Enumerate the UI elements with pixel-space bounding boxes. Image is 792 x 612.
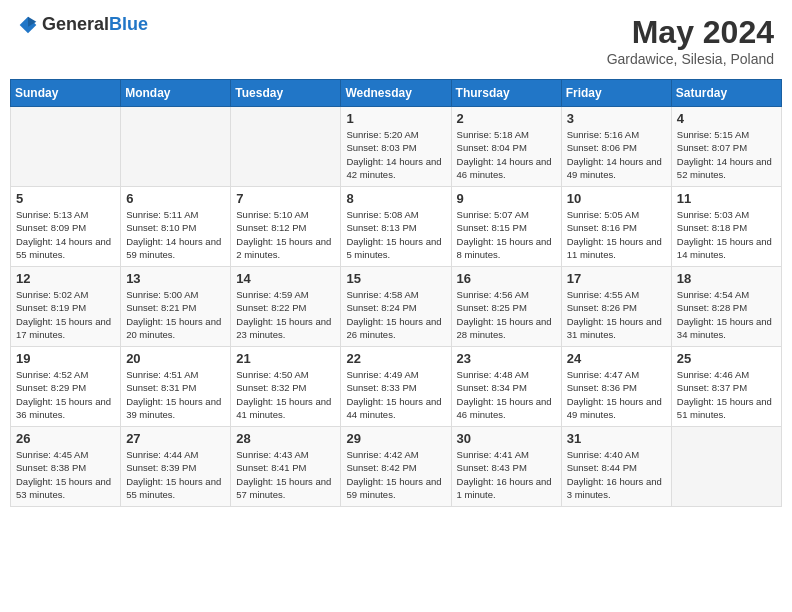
day-info: Sunrise: 4:50 AMSunset: 8:32 PMDaylight:…: [236, 368, 335, 421]
day-cell-20: 20Sunrise: 4:51 AMSunset: 8:31 PMDayligh…: [121, 347, 231, 427]
day-info: Sunrise: 4:49 AMSunset: 8:33 PMDaylight:…: [346, 368, 445, 421]
day-number: 6: [126, 191, 225, 206]
day-info: Sunrise: 4:46 AMSunset: 8:37 PMDaylight:…: [677, 368, 776, 421]
day-number: 12: [16, 271, 115, 286]
day-info: Sunrise: 4:41 AMSunset: 8:43 PMDaylight:…: [457, 448, 556, 501]
header-day-friday: Friday: [561, 80, 671, 107]
day-number: 17: [567, 271, 666, 286]
day-number: 28: [236, 431, 335, 446]
day-info: Sunrise: 5:13 AMSunset: 8:09 PMDaylight:…: [16, 208, 115, 261]
day-cell-11: 11Sunrise: 5:03 AMSunset: 8:18 PMDayligh…: [671, 187, 781, 267]
day-cell-28: 28Sunrise: 4:43 AMSunset: 8:41 PMDayligh…: [231, 427, 341, 507]
day-info: Sunrise: 4:43 AMSunset: 8:41 PMDaylight:…: [236, 448, 335, 501]
day-number: 31: [567, 431, 666, 446]
day-number: 20: [126, 351, 225, 366]
day-number: 4: [677, 111, 776, 126]
title-block: May 2024 Gardawice, Silesia, Poland: [607, 14, 774, 67]
day-info: Sunrise: 5:18 AMSunset: 8:04 PMDaylight:…: [457, 128, 556, 181]
day-info: Sunrise: 4:52 AMSunset: 8:29 PMDaylight:…: [16, 368, 115, 421]
header-day-saturday: Saturday: [671, 80, 781, 107]
week-row-2: 5Sunrise: 5:13 AMSunset: 8:09 PMDaylight…: [11, 187, 782, 267]
day-cell-24: 24Sunrise: 4:47 AMSunset: 8:36 PMDayligh…: [561, 347, 671, 427]
day-cell-13: 13Sunrise: 5:00 AMSunset: 8:21 PMDayligh…: [121, 267, 231, 347]
day-cell-4: 4Sunrise: 5:15 AMSunset: 8:07 PMDaylight…: [671, 107, 781, 187]
empty-cell: [121, 107, 231, 187]
day-cell-17: 17Sunrise: 4:55 AMSunset: 8:26 PMDayligh…: [561, 267, 671, 347]
day-number: 3: [567, 111, 666, 126]
week-row-4: 19Sunrise: 4:52 AMSunset: 8:29 PMDayligh…: [11, 347, 782, 427]
main-title: May 2024: [607, 14, 774, 51]
day-info: Sunrise: 5:11 AMSunset: 8:10 PMDaylight:…: [126, 208, 225, 261]
empty-cell: [671, 427, 781, 507]
day-cell-18: 18Sunrise: 4:54 AMSunset: 8:28 PMDayligh…: [671, 267, 781, 347]
day-cell-8: 8Sunrise: 5:08 AMSunset: 8:13 PMDaylight…: [341, 187, 451, 267]
day-cell-10: 10Sunrise: 5:05 AMSunset: 8:16 PMDayligh…: [561, 187, 671, 267]
day-number: 13: [126, 271, 225, 286]
day-cell-2: 2Sunrise: 5:18 AMSunset: 8:04 PMDaylight…: [451, 107, 561, 187]
logo-icon: [18, 15, 38, 35]
header-day-wednesday: Wednesday: [341, 80, 451, 107]
logo-text: GeneralBlue: [42, 14, 148, 35]
day-cell-19: 19Sunrise: 4:52 AMSunset: 8:29 PMDayligh…: [11, 347, 121, 427]
day-info: Sunrise: 5:02 AMSunset: 8:19 PMDaylight:…: [16, 288, 115, 341]
day-cell-12: 12Sunrise: 5:02 AMSunset: 8:19 PMDayligh…: [11, 267, 121, 347]
day-number: 16: [457, 271, 556, 286]
day-info: Sunrise: 4:47 AMSunset: 8:36 PMDaylight:…: [567, 368, 666, 421]
day-number: 25: [677, 351, 776, 366]
day-info: Sunrise: 4:44 AMSunset: 8:39 PMDaylight:…: [126, 448, 225, 501]
day-cell-21: 21Sunrise: 4:50 AMSunset: 8:32 PMDayligh…: [231, 347, 341, 427]
day-cell-15: 15Sunrise: 4:58 AMSunset: 8:24 PMDayligh…: [341, 267, 451, 347]
week-row-3: 12Sunrise: 5:02 AMSunset: 8:19 PMDayligh…: [11, 267, 782, 347]
header-day-monday: Monday: [121, 80, 231, 107]
empty-cell: [11, 107, 121, 187]
day-number: 15: [346, 271, 445, 286]
day-info: Sunrise: 4:59 AMSunset: 8:22 PMDaylight:…: [236, 288, 335, 341]
day-info: Sunrise: 4:51 AMSunset: 8:31 PMDaylight:…: [126, 368, 225, 421]
day-cell-29: 29Sunrise: 4:42 AMSunset: 8:42 PMDayligh…: [341, 427, 451, 507]
day-number: 19: [16, 351, 115, 366]
day-cell-16: 16Sunrise: 4:56 AMSunset: 8:25 PMDayligh…: [451, 267, 561, 347]
empty-cell: [231, 107, 341, 187]
logo-general: General: [42, 14, 109, 34]
day-number: 30: [457, 431, 556, 446]
subtitle: Gardawice, Silesia, Poland: [607, 51, 774, 67]
day-info: Sunrise: 4:48 AMSunset: 8:34 PMDaylight:…: [457, 368, 556, 421]
day-cell-25: 25Sunrise: 4:46 AMSunset: 8:37 PMDayligh…: [671, 347, 781, 427]
day-info: Sunrise: 5:08 AMSunset: 8:13 PMDaylight:…: [346, 208, 445, 261]
header-day-tuesday: Tuesday: [231, 80, 341, 107]
day-cell-14: 14Sunrise: 4:59 AMSunset: 8:22 PMDayligh…: [231, 267, 341, 347]
day-number: 23: [457, 351, 556, 366]
day-cell-5: 5Sunrise: 5:13 AMSunset: 8:09 PMDaylight…: [11, 187, 121, 267]
day-number: 8: [346, 191, 445, 206]
day-number: 26: [16, 431, 115, 446]
day-cell-26: 26Sunrise: 4:45 AMSunset: 8:38 PMDayligh…: [11, 427, 121, 507]
day-info: Sunrise: 5:03 AMSunset: 8:18 PMDaylight:…: [677, 208, 776, 261]
header-day-sunday: Sunday: [11, 80, 121, 107]
day-info: Sunrise: 4:42 AMSunset: 8:42 PMDaylight:…: [346, 448, 445, 501]
header-day-thursday: Thursday: [451, 80, 561, 107]
day-info: Sunrise: 4:55 AMSunset: 8:26 PMDaylight:…: [567, 288, 666, 341]
day-number: 24: [567, 351, 666, 366]
day-number: 1: [346, 111, 445, 126]
logo-blue: Blue: [109, 14, 148, 34]
calendar-table: SundayMondayTuesdayWednesdayThursdayFrid…: [10, 79, 782, 507]
day-info: Sunrise: 5:07 AMSunset: 8:15 PMDaylight:…: [457, 208, 556, 261]
day-number: 27: [126, 431, 225, 446]
day-cell-1: 1Sunrise: 5:20 AMSunset: 8:03 PMDaylight…: [341, 107, 451, 187]
week-row-1: 1Sunrise: 5:20 AMSunset: 8:03 PMDaylight…: [11, 107, 782, 187]
page-header: GeneralBlue May 2024 Gardawice, Silesia,…: [10, 10, 782, 71]
day-cell-27: 27Sunrise: 4:44 AMSunset: 8:39 PMDayligh…: [121, 427, 231, 507]
day-number: 18: [677, 271, 776, 286]
day-info: Sunrise: 5:16 AMSunset: 8:06 PMDaylight:…: [567, 128, 666, 181]
day-info: Sunrise: 5:20 AMSunset: 8:03 PMDaylight:…: [346, 128, 445, 181]
day-info: Sunrise: 4:58 AMSunset: 8:24 PMDaylight:…: [346, 288, 445, 341]
header-row: SundayMondayTuesdayWednesdayThursdayFrid…: [11, 80, 782, 107]
day-info: Sunrise: 4:54 AMSunset: 8:28 PMDaylight:…: [677, 288, 776, 341]
day-number: 5: [16, 191, 115, 206]
day-number: 11: [677, 191, 776, 206]
day-cell-6: 6Sunrise: 5:11 AMSunset: 8:10 PMDaylight…: [121, 187, 231, 267]
week-row-5: 26Sunrise: 4:45 AMSunset: 8:38 PMDayligh…: [11, 427, 782, 507]
day-info: Sunrise: 5:10 AMSunset: 8:12 PMDaylight:…: [236, 208, 335, 261]
day-cell-7: 7Sunrise: 5:10 AMSunset: 8:12 PMDaylight…: [231, 187, 341, 267]
day-info: Sunrise: 4:56 AMSunset: 8:25 PMDaylight:…: [457, 288, 556, 341]
